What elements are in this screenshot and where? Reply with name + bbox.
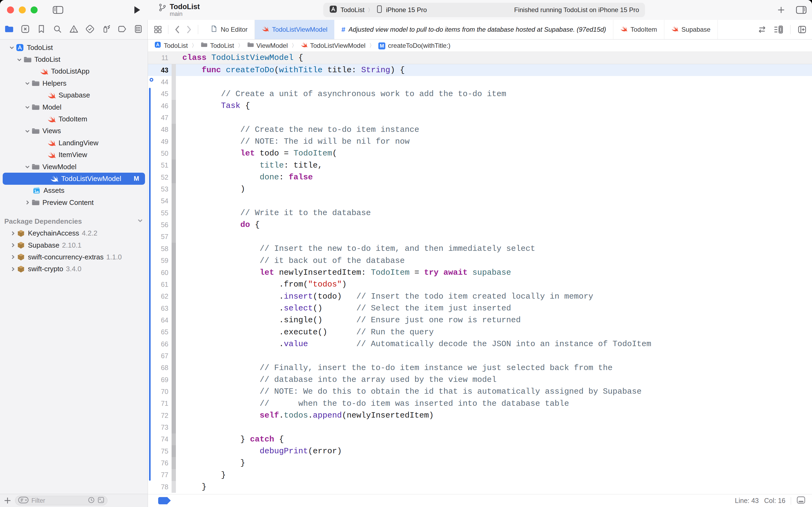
code-line-78[interactable]: 78 } [148,481,812,493]
code-line-54[interactable]: 54 [148,195,812,207]
code-fold-ribbon[interactable] [172,434,176,445]
code-fold-ribbon[interactable] [172,314,176,326]
code-fold-ribbon[interactable] [172,481,176,493]
code-line-66[interactable]: 66 .value // Automatically decode the JS… [148,338,812,350]
code-fold-ribbon[interactable] [172,219,176,231]
tree-item-helpers[interactable]: Helpers [0,77,148,89]
add-editor-icon[interactable] [798,25,807,34]
code-text[interactable]: // NOTE: The id will be nil for now [176,135,409,148]
tree-item-todolist[interactable]: TodoList [0,53,148,65]
line-number[interactable]: 54 [148,195,172,207]
line-number[interactable]: 45 [148,88,172,100]
code-fold-ribbon[interactable] [172,207,176,219]
tree-item-todolistviewmodel[interactable]: TodoListViewModelM [3,173,145,184]
code-line-77[interactable]: 77 } [148,469,812,481]
source-editor[interactable]: TodoList〉TodoList〉ViewModel〉TodoListView… [148,40,812,507]
line-number[interactable]: 70 [148,386,172,397]
code-text[interactable]: .single() // Ensure just one row is retu… [176,314,521,326]
code-fold-ribbon[interactable] [172,195,176,207]
tree-item-todoitem[interactable]: TodoItem [0,113,148,125]
line-number[interactable]: 55 [148,207,172,219]
editor-layout-icon[interactable] [797,496,806,506]
code-line-43[interactable]: 43 func createToDo(withTitle title: Stri… [148,64,812,76]
code-text[interactable] [176,421,182,433]
code-text[interactable]: // database into the array used by the v… [176,374,497,386]
code-fold-ribbon[interactable] [172,52,176,64]
line-number[interactable]: 64 [148,314,172,326]
code-text[interactable]: done: false [176,171,313,183]
code-text[interactable]: } [176,469,226,481]
tree-item-preview-content[interactable]: Preview Content [0,196,148,208]
code-line-74[interactable]: 74 } catch { [148,434,812,445]
close-window-button[interactable] [7,6,14,13]
code-fold-ribbon[interactable] [172,231,176,243]
code-text[interactable]: // Insert the new to-do item, and then i… [176,243,535,255]
line-number[interactable]: 48 [148,124,172,135]
code-text[interactable]: .select() // Select the item just insert… [176,302,511,314]
code-text[interactable]: debugPrint(error) [176,445,342,457]
code-fold-ribbon[interactable] [172,291,176,302]
line-number[interactable]: 67 [148,350,172,362]
code-line-59[interactable]: 59 // it back out of the database [148,255,812,267]
code-line-60[interactable]: 60 let newlyInsertedItem: TodoItem = try… [148,267,812,278]
code-fold-ribbon[interactable] [172,374,176,386]
breadcrumb-item-viewmodel[interactable]: ViewModel [247,41,288,50]
code-fold-ribbon[interactable] [172,88,176,100]
code-text[interactable]: // when the to-do item was inserted into… [176,398,569,409]
code-fold-ribbon[interactable] [172,64,176,76]
go-forward-icon[interactable] [186,25,192,34]
chevron-right-icon[interactable] [23,200,31,206]
tab-todoitem[interactable]: TodoItem [613,20,664,39]
code-text[interactable]: Task { [176,100,250,112]
project-navigator-icon[interactable] [4,24,14,35]
toggle-inspector-icon[interactable] [796,6,807,14]
line-number[interactable]: 63 [148,302,172,314]
code-line-69[interactable]: 69 // database into the array used by th… [148,374,812,386]
code-review-icon[interactable] [757,25,767,34]
chevron-down-icon[interactable] [15,57,23,63]
line-number[interactable]: 60 [148,267,172,278]
line-number[interactable]: 69 [148,374,172,386]
code-fold-ribbon[interactable] [172,409,176,421]
line-number[interactable]: 77 [148,469,172,481]
zoom-window-button[interactable] [31,6,38,13]
code-text[interactable] [176,350,182,362]
reports-navigator-icon[interactable] [133,24,143,35]
tree-item-landingview[interactable]: LandingView [0,137,148,149]
code-fold-ribbon[interactable] [172,183,176,195]
code-text[interactable]: ) [176,183,245,195]
chevron-right-icon[interactable] [9,242,17,248]
chevron-right-icon[interactable] [9,254,17,260]
code-line-49[interactable]: 49 // NOTE: The id will be nil for now [148,135,812,148]
code-fold-ribbon[interactable] [172,421,176,433]
code-text[interactable] [176,76,182,88]
code-line-73[interactable]: 73 [148,421,812,433]
code-line-67[interactable]: 67 [148,350,812,362]
source-control-filter-icon[interactable] [98,497,105,505]
code-fold-ribbon[interactable] [172,100,176,112]
code-line-55[interactable]: 55 // Write it to the database [148,207,812,219]
chevron-down-icon[interactable] [23,80,31,86]
filter-input[interactable]: Filter [15,496,107,505]
code-fold-ribbon[interactable] [172,338,176,350]
code-fold-ribbon[interactable] [172,386,176,397]
code-line-64[interactable]: 64 .single() // Ensure just one row is r… [148,314,812,326]
line-number[interactable]: 72 [148,409,172,421]
breadcrumb-item-todolist[interactable]: TodoList [155,41,188,50]
code-text[interactable]: let todo = TodoItem( [176,148,337,159]
line-number[interactable]: 66 [148,338,172,350]
code-text[interactable]: } catch { [176,434,284,445]
add-file-icon[interactable] [4,497,11,504]
tab-no-editor[interactable]: No Editor [204,20,255,39]
package-item-keychainaccess[interactable]: KeychainAccess4.2.2 [0,227,148,239]
code-fold-ribbon[interactable] [172,457,176,469]
tab-todolistviewmodel[interactable]: TodoListViewModel [255,20,334,39]
package-item-swift-concurrency-extras[interactable]: swift-concurrency-extras1.1.0 [0,251,148,263]
code-text[interactable]: // Create the new to-do item instance [176,124,419,135]
code-fold-ribbon[interactable] [172,350,176,362]
code-area[interactable]: 11class TodoListViewModel {43 func creat… [148,52,812,494]
tree-item-viewmodel[interactable]: ViewModel [0,161,148,173]
code-text[interactable]: // Finally, insert the to-do item instan… [176,362,613,374]
toggle-navigator-icon[interactable] [53,6,63,14]
line-number[interactable]: 65 [148,326,172,338]
